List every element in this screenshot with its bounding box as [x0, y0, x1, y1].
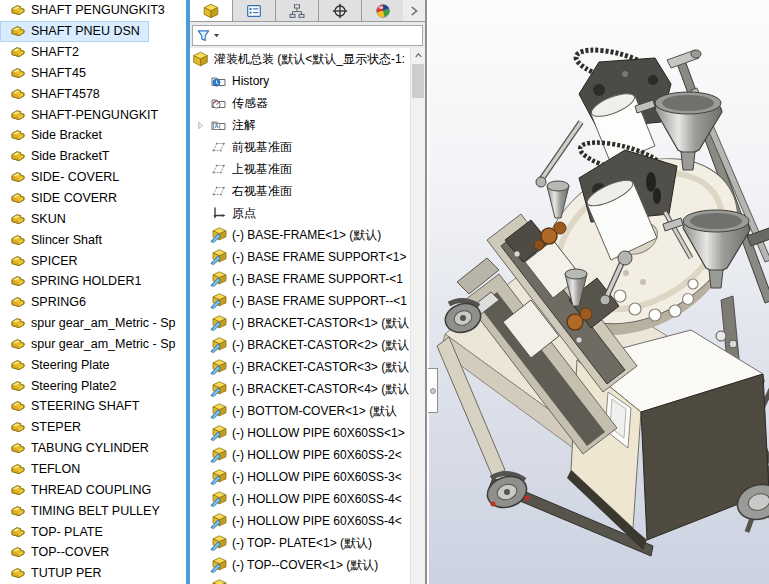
part-icon — [10, 544, 26, 560]
tree-scrollbar[interactable] — [410, 48, 425, 584]
feature-tree-item[interactable]: (-) BRACKET-CASTOR<1> (默认 — [190, 312, 410, 334]
parts-list-item[interactable]: SPRING HOLDER1 — [0, 271, 186, 292]
part-tree-icon — [210, 425, 227, 441]
feature-tree-item[interactable] — [190, 576, 410, 584]
feature-tree-item[interactable]: 注解 — [190, 114, 410, 136]
feature-tree-item[interactable]: (-) BOTTOM-COVER<1> (默认 — [190, 400, 410, 422]
parts-list-item[interactable]: TUTUP PER — [0, 563, 186, 584]
part-icon — [10, 419, 26, 435]
part-tree-icon — [210, 513, 227, 529]
part-icon — [10, 524, 26, 540]
tree-item-label: (-) BOTTOM-COVER<1> (默认 — [232, 403, 397, 420]
part-name-label: SHAFT4578 — [31, 86, 104, 102]
parts-list-item[interactable]: SHAFT2 — [0, 42, 186, 63]
parts-list-item[interactable]: SKUN — [0, 208, 186, 229]
expand-arrow-icon[interactable] — [196, 121, 205, 130]
tree-item-label: 右视基准面 — [232, 183, 292, 200]
part-icon — [10, 23, 26, 39]
parts-list-item[interactable]: spur gear_am_Metric - Sp — [0, 334, 186, 355]
feature-tree-item[interactable]: 上视基准面 — [190, 158, 410, 180]
viewport-3d[interactable] — [429, 0, 769, 584]
feature-tree-item[interactable]: (-) HOLLOW PIPE 60X60SS-2< — [190, 444, 410, 466]
feature-tree-item[interactable]: (-) BRACKET-CASTOR<2> (默认 — [190, 334, 410, 356]
tree-filter-input[interactable] — [192, 25, 423, 46]
parts-list-item[interactable]: SPICER — [0, 250, 186, 271]
feature-tree-item[interactable]: (-) HOLLOW PIPE 60X60SS<1> — [190, 422, 410, 444]
part-tree-icon — [210, 491, 227, 507]
feature-tree-item[interactable]: (-) BRACKET-CASTOR<3> (默认 — [190, 356, 410, 378]
parts-list-item[interactable]: THREAD COUPLING — [0, 479, 186, 500]
part-name-label: SHAFT PENGUNGKIT3 — [31, 2, 169, 18]
feature-tree-item[interactable]: (-) HOLLOW PIPE 60X60SS-4< — [190, 488, 410, 510]
part-icon — [10, 44, 26, 60]
featuremanager-tree-tab[interactable] — [190, 0, 233, 21]
parts-list-item[interactable]: STEPER — [0, 417, 186, 438]
part-icon — [10, 565, 26, 581]
part-icon — [10, 294, 26, 310]
part-tree-icon — [210, 227, 227, 243]
parts-list-item[interactable]: TIMING BELT PULLEY — [0, 500, 186, 521]
parts-list-item[interactable]: Slincer Shaft — [0, 229, 186, 250]
part-tree-icon — [210, 557, 227, 573]
scrollbar-thumb[interactable] — [412, 64, 424, 98]
filter-caret-down-icon[interactable] — [212, 31, 221, 40]
parts-list-item[interactable]: TOP--COVER — [0, 542, 186, 563]
parts-list-item[interactable]: SHAFT-PENGUNGKIT — [0, 104, 186, 125]
part-name-label: Steering Plate — [31, 357, 114, 373]
feature-tree: 灌装机总装 (默认<默认_显示状态-1: History 传感器 注解 前视基准… — [190, 48, 410, 584]
parts-list-item[interactable]: Side Bracket — [0, 125, 186, 146]
part-name-label: THREAD COUPLING — [31, 482, 155, 498]
parts-list-item[interactable]: spur gear_am_Metric - Sp — [0, 313, 186, 334]
displaymanager-tab[interactable] — [362, 0, 405, 21]
parts-list-item[interactable]: TOP- PLATE — [0, 521, 186, 542]
folder-history-icon — [210, 73, 227, 89]
feature-tree-item[interactable]: (-) BRACKET-CASTOR<4> (默认 — [190, 378, 410, 400]
parts-list-item[interactable]: SIDE COVERR — [0, 188, 186, 209]
feature-tree-item[interactable]: (-) HOLLOW PIPE 60X60SS-3< — [190, 466, 410, 488]
feature-tree-item[interactable]: 原点 — [190, 202, 410, 224]
feature-tree-item[interactable]: (-) BASE FRAME SUPPORT--<1 — [190, 290, 410, 312]
tab-overflow-button[interactable] — [403, 0, 425, 21]
feature-tree-item[interactable]: History — [190, 70, 410, 92]
parts-list-item[interactable]: SHAFT PNEU DSN — [0, 21, 149, 42]
part-icon — [10, 398, 26, 414]
tree-item-label: (-) BASE FRAME SUPPORT<1> — [232, 250, 407, 264]
featuremanager-splitter-handle[interactable] — [428, 368, 438, 413]
assembly-3d-model[interactable] — [429, 0, 769, 584]
parts-list-item[interactable]: Side BracketT — [0, 146, 186, 167]
propertymanager-tab[interactable] — [233, 0, 276, 21]
parts-list-item[interactable]: SHAFT PENGUNGKIT3 — [0, 0, 186, 21]
parts-list-item[interactable]: TEFLON — [0, 459, 186, 480]
parts-list-item[interactable]: Steering Plate — [0, 354, 186, 375]
scrollbar-up-button[interactable] — [411, 48, 425, 63]
part-icon — [10, 378, 26, 394]
feature-tree-item[interactable]: 传感器 — [190, 92, 410, 114]
parts-list-item[interactable]: STEERING SHAFT — [0, 396, 186, 417]
parts-list-item[interactable]: TABUNG CYLINDER — [0, 438, 186, 459]
part-icon — [10, 273, 26, 289]
feature-tree-item[interactable]: (-) TOP- PLATE<1> (默认) — [190, 532, 410, 554]
feature-tree-item[interactable]: (-) TOP--COVER<1> (默认) — [190, 554, 410, 576]
part-name-label: Side BracketT — [31, 148, 114, 164]
filter-funnel-icon[interactable] — [196, 28, 211, 43]
folder-sensor-icon — [210, 95, 227, 111]
tree-item-label: History — [232, 74, 269, 88]
feature-tree-item[interactable]: 前视基准面 — [190, 136, 410, 158]
configurationmanager-tab[interactable] — [276, 0, 319, 21]
feature-tree-item[interactable]: 右视基准面 — [190, 180, 410, 202]
dimxpertmanager-tab[interactable] — [319, 0, 362, 21]
parts-list-item[interactable]: SIDE- COVERL — [0, 167, 186, 188]
feature-tree-item[interactable]: (-) BASE FRAME SUPPORT-<1 — [190, 268, 410, 290]
parts-list-item[interactable]: SHAFT45 — [0, 63, 186, 84]
part-icon — [10, 440, 26, 456]
part-name-label: SKUN — [31, 211, 70, 227]
part-icon — [10, 232, 26, 248]
part-icon — [10, 2, 26, 18]
parts-list-item[interactable]: Steering Plate2 — [0, 375, 186, 396]
feature-tree-item[interactable]: (-) BASE-FRAME<1> (默认) — [190, 224, 410, 246]
parts-list-item[interactable]: SHAFT4578 — [0, 83, 186, 104]
feature-tree-item[interactable]: (-) HOLLOW PIPE 60X60SS-4< — [190, 510, 410, 532]
feature-tree-item[interactable]: (-) BASE FRAME SUPPORT<1> — [190, 246, 410, 268]
feature-tree-item[interactable]: 灌装机总装 (默认<默认_显示状态-1: — [190, 48, 410, 70]
parts-list-item[interactable]: SPRING6 — [0, 292, 186, 313]
